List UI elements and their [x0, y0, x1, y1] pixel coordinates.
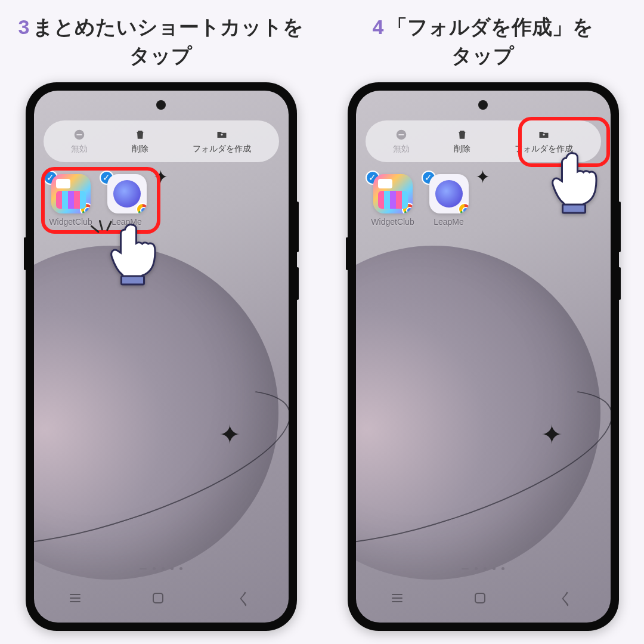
step-text-line1: 「フォルダを作成」を — [387, 16, 593, 38]
sparkle-icon: ✦ — [219, 422, 241, 448]
svg-rect-1 — [77, 134, 82, 135]
chrome-badge-icon — [458, 203, 469, 213]
svg-rect-9 — [562, 205, 585, 213]
step-3-title: 3まとめたいショートカットを タップ — [18, 12, 304, 72]
app-leapme[interactable]: ✓ LeapMe — [425, 174, 473, 227]
wallpaper-planet — [34, 246, 278, 580]
svg-rect-6 — [399, 134, 404, 135]
page-indicator — [462, 567, 504, 570]
android-nav-bar: く — [34, 587, 289, 609]
trash-icon — [456, 128, 469, 141]
folder-plus-icon — [215, 128, 228, 141]
phone-volume-button — [618, 202, 621, 252]
sparkle-icon: ✦ — [475, 168, 490, 186]
phone-power-button — [296, 267, 299, 300]
phone-side-button — [24, 237, 26, 270]
delete-label: 削除 — [132, 144, 148, 154]
trash-icon — [134, 128, 147, 141]
phone-side-button — [346, 237, 348, 270]
app-label: WidgetClub — [371, 217, 414, 227]
tap-hand-icon — [547, 147, 609, 221]
nav-recent-button[interactable] — [70, 594, 80, 602]
chrome-badge-icon — [402, 203, 413, 213]
nav-home-button[interactable] — [475, 593, 485, 603]
nav-home-button[interactable] — [153, 593, 163, 603]
selected-apps-row: ✓ WidgetClub ✓ LeapMe — [369, 174, 473, 227]
step-text-line1: まとめたいショートカットを — [33, 16, 304, 38]
phone-power-button — [618, 267, 621, 300]
tap-hand-icon — [106, 219, 168, 293]
phone-volume-button — [296, 202, 299, 252]
svg-rect-4 — [121, 276, 144, 284]
nav-recent-button[interactable] — [392, 594, 402, 602]
phone-screen: ✦ ✦ 無効 削除 — [356, 91, 611, 623]
disable-label: 無効 — [393, 144, 410, 154]
phone-mockup: ✦ ✦ 無効 削除 — [26, 82, 297, 631]
leapme-icon — [429, 174, 469, 213]
nav-back-button[interactable]: く — [236, 588, 252, 609]
android-nav-bar: く — [356, 587, 611, 609]
delete-label: 削除 — [454, 144, 470, 154]
delete-button[interactable]: 削除 — [454, 128, 470, 154]
step-text-line2: タップ — [451, 44, 514, 67]
step-3-column: 3まとめたいショートカットを タップ ✦ ✦ 無効 — [6, 12, 316, 632]
step-4-title: 4「フォルダを作成」を タップ — [373, 12, 594, 72]
nav-back-button[interactable]: く — [558, 588, 574, 609]
minus-circle-icon — [395, 128, 408, 141]
create-folder-label: フォルダを作成 — [193, 144, 251, 154]
page-indicator — [140, 567, 182, 570]
app-widgetclub[interactable]: ✓ WidgetClub — [369, 174, 417, 227]
step-number: 4 — [373, 16, 384, 38]
step-4-column: 4「フォルダを作成」を タップ ✦ ✦ 無効 — [328, 12, 638, 632]
wallpaper-planet — [356, 246, 600, 580]
svg-rect-3 — [221, 134, 222, 135]
delete-button[interactable]: 削除 — [132, 128, 148, 154]
step-number: 3 — [18, 16, 30, 38]
minus-circle-icon — [73, 128, 86, 141]
step-text-line2: タップ — [129, 44, 192, 67]
selection-toolbar: 無効 削除 フォルダを作成 — [44, 120, 279, 162]
widgetclub-icon — [373, 174, 413, 213]
disable-button[interactable]: 無効 — [71, 128, 88, 154]
disable-button[interactable]: 無効 — [393, 128, 410, 154]
sparkle-icon: ✦ — [541, 422, 563, 448]
disable-label: 無効 — [71, 144, 88, 154]
create-folder-button[interactable]: フォルダを作成 — [193, 128, 251, 154]
phone-mockup: ✦ ✦ 無効 削除 — [348, 82, 619, 631]
phone-screen: ✦ ✦ 無効 削除 — [34, 91, 289, 623]
app-label: LeapMe — [434, 217, 464, 227]
